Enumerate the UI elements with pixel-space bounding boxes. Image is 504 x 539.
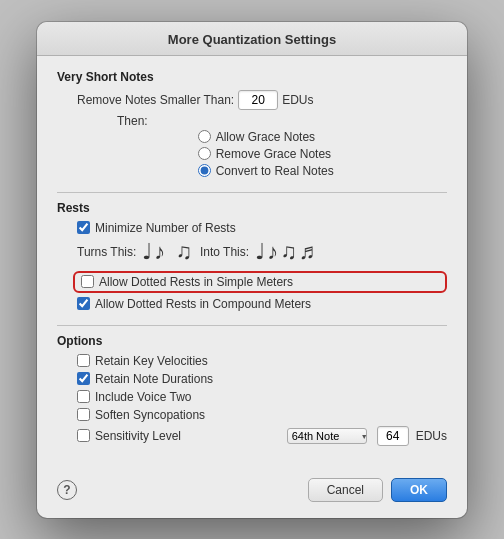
ok-button[interactable]: OK [391, 478, 447, 502]
dotted-simple-row: Allow Dotted Rests in Simple Meters [73, 271, 447, 293]
dialog-title: More Quantization Settings [168, 32, 336, 47]
edu-unit-label: EDUs [282, 93, 313, 107]
retain-durations-label: Retain Note Durations [95, 372, 213, 386]
title-bar: More Quantization Settings [37, 22, 467, 56]
sensitivity-select-wrapper: 64th Note 32nd Note 16th Note 8th Note [283, 428, 371, 444]
rests-header: Rests [57, 201, 447, 215]
grace-notes-radio-group: Then: Allow Grace Notes Then: Remove Gra… [117, 130, 447, 178]
button-group: Cancel OK [308, 478, 447, 502]
retain-durations-row: Retain Note Durations [77, 372, 447, 386]
dotted-compound-label: Allow Dotted Rests in Compound Meters [95, 297, 311, 311]
dotted-compound-row: Allow Dotted Rests in Compound Meters [77, 297, 447, 311]
very-short-notes-section: Very Short Notes Remove Notes Smaller Th… [57, 70, 447, 178]
cancel-button[interactable]: Cancel [308, 478, 383, 502]
footer: ? Cancel OK [37, 470, 467, 502]
remove-grace-label: Remove Grace Notes [216, 147, 331, 161]
remove-grace-row: Then: Remove Grace Notes [117, 147, 447, 161]
into-this-label: Into This: [200, 245, 249, 259]
content-area: Very Short Notes Remove Notes Smaller Th… [37, 56, 467, 470]
retain-velocities-checkbox[interactable] [77, 354, 90, 367]
minimize-rests-label: Minimize Number of Rests [95, 221, 236, 235]
soften-syncopations-label: Soften Syncopations [95, 408, 205, 422]
retain-velocities-label: Retain Key Velocities [95, 354, 208, 368]
retain-velocities-row: Retain Key Velocities [77, 354, 447, 368]
soften-syncopations-row: Soften Syncopations [77, 408, 447, 422]
convert-real-row: Then: Convert to Real Notes [117, 164, 447, 178]
allow-grace-row: Then: Allow Grace Notes [117, 130, 447, 144]
then-label-row: Then: [117, 114, 447, 128]
sensitivity-value-input[interactable] [377, 426, 409, 446]
include-voice-two-label: Include Voice Two [95, 390, 192, 404]
minimize-rests-row: Minimize Number of Rests [77, 221, 447, 235]
very-short-notes-header: Very Short Notes [57, 70, 447, 84]
edu-value-input[interactable] [238, 90, 278, 110]
dotted-simple-checkbox[interactable] [81, 275, 94, 288]
remove-grace-radio[interactable] [198, 147, 211, 160]
convert-real-radio[interactable] [198, 164, 211, 177]
divider-1 [57, 192, 447, 193]
then-label: Then: [117, 114, 148, 128]
soften-syncopations-checkbox[interactable] [77, 408, 90, 421]
turns-this-label: Turns This: [77, 245, 136, 259]
sensitivity-level-row: Sensitivity Level 64th Note 32nd Note 16… [77, 426, 447, 446]
help-button[interactable]: ? [57, 480, 77, 500]
include-voice-two-checkbox[interactable] [77, 390, 90, 403]
allow-grace-label: Allow Grace Notes [216, 130, 315, 144]
turns-this-row: Turns This: ♩♪ ♫ Into This: ♩♪♫♬ [77, 239, 447, 265]
allow-grace-radio[interactable] [198, 130, 211, 143]
dotted-simple-label: Allow Dotted Rests in Simple Meters [99, 275, 293, 289]
music-notes-before: ♩♪ ♫ [142, 239, 194, 265]
retain-durations-checkbox[interactable] [77, 372, 90, 385]
options-section: Options Retain Key Velocities Retain Not… [57, 334, 447, 446]
minimize-rests-checkbox[interactable] [77, 221, 90, 234]
sensitivity-level-label: Sensitivity Level [95, 429, 181, 443]
options-header: Options [57, 334, 447, 348]
music-notes-after: ♩♪♫♬ [255, 239, 317, 265]
dotted-compound-checkbox[interactable] [77, 297, 90, 310]
divider-2 [57, 325, 447, 326]
sensitivity-select[interactable]: 64th Note 32nd Note 16th Note 8th Note [287, 428, 367, 444]
dialog: More Quantization Settings Very Short No… [37, 22, 467, 518]
include-voice-two-row: Include Voice Two [77, 390, 447, 404]
convert-real-label: Convert to Real Notes [216, 164, 334, 178]
remove-notes-row: Remove Notes Smaller Than: EDUs [77, 90, 447, 110]
sensitivity-level-checkbox[interactable] [77, 429, 90, 442]
remove-notes-label: Remove Notes Smaller Than: [77, 93, 234, 107]
sensitivity-edu-label: EDUs [416, 429, 447, 443]
rests-section: Rests Minimize Number of Rests Turns Thi… [57, 201, 447, 311]
